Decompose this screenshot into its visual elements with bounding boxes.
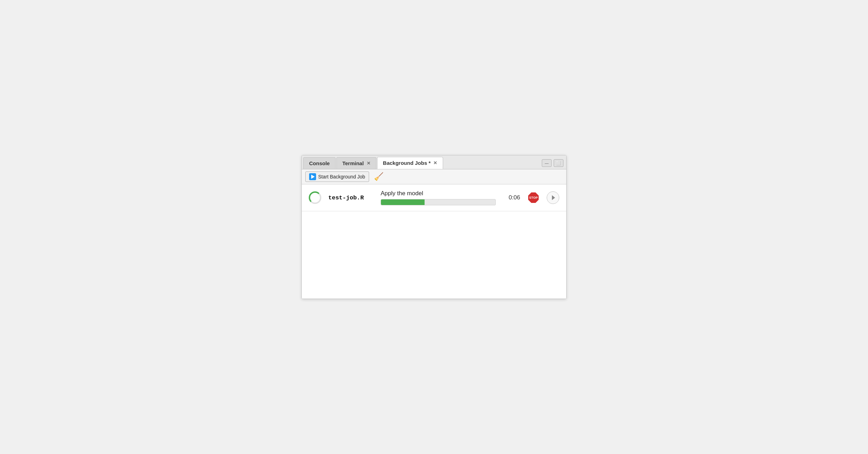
tab-bar-actions: — ⬜ <box>542 159 563 167</box>
tab-background-jobs[interactable]: Background Jobs * ✕ <box>377 157 443 169</box>
maximize-icon: ⬜ <box>556 161 561 166</box>
job-elapsed-time: 0:06 <box>503 194 520 201</box>
clear-jobs-button[interactable]: 🧹 <box>372 171 386 182</box>
stop-label: STOP <box>529 196 538 199</box>
tab-bar: Console Terminal ✕ Background Jobs * ✕ —… <box>302 155 566 169</box>
minimize-button[interactable]: — <box>542 159 552 167</box>
stop-icon: STOP <box>528 192 539 203</box>
tab-console[interactable]: Console <box>303 157 336 169</box>
job-row: test-job.R Apply the model 0:06 STOP <box>302 184 566 211</box>
play-triangle <box>311 175 315 179</box>
tab-background-jobs-label: Background Jobs * <box>383 160 431 166</box>
job-step-label: Apply the model <box>381 190 496 197</box>
progress-bar-background <box>381 199 496 205</box>
progress-bar-fill <box>381 199 425 205</box>
minimize-icon: — <box>545 161 549 165</box>
background-jobs-panel: Console Terminal ✕ Background Jobs * ✕ —… <box>301 155 567 299</box>
stop-job-button[interactable]: STOP <box>527 191 540 204</box>
play-icon <box>309 173 316 180</box>
job-progress-section: Apply the model <box>381 190 496 205</box>
tab-terminal[interactable]: Terminal ✕ <box>336 157 376 169</box>
job-name: test-job.R <box>328 195 374 201</box>
tab-terminal-label: Terminal <box>342 160 364 166</box>
tab-terminal-close[interactable]: ✕ <box>367 161 371 166</box>
chevron-right-icon <box>552 195 555 200</box>
toolbar: Start Background Job 🧹 <box>302 169 566 184</box>
job-spinner <box>309 191 321 204</box>
view-job-output-button[interactable] <box>547 191 559 204</box>
start-background-job-button[interactable]: Start Background Job <box>305 171 369 182</box>
start-job-label: Start Background Job <box>318 174 365 180</box>
tab-console-label: Console <box>309 160 330 166</box>
job-list: test-job.R Apply the model 0:06 STOP <box>302 184 566 211</box>
tab-background-jobs-close[interactable]: ✕ <box>433 161 437 165</box>
empty-area <box>302 211 566 299</box>
maximize-button[interactable]: ⬜ <box>554 159 563 167</box>
